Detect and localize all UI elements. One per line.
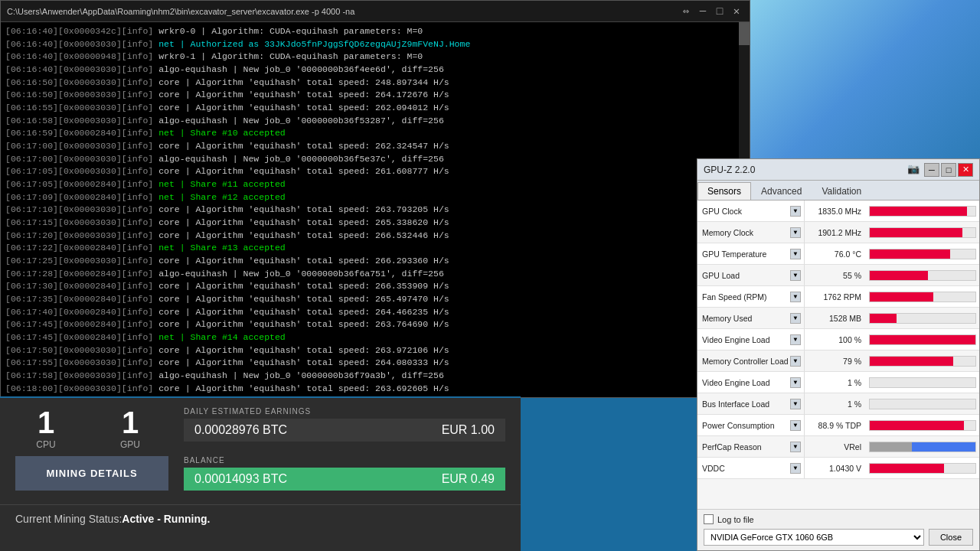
- gpuz-close-x-button[interactable]: ✕: [958, 163, 973, 177]
- tab-advanced[interactable]: Advanced: [751, 182, 812, 200]
- sensor-row: GPU Temperature▼76.0 °C: [697, 243, 979, 265]
- balance-label: BALANCE: [184, 456, 505, 465]
- sensor-bar-bg: [869, 270, 976, 281]
- gpuz-maximize-button[interactable]: □: [941, 163, 956, 177]
- sensor-bar-fill: [870, 249, 950, 259]
- sensor-bar-bg: [869, 377, 976, 388]
- sensor-name-label: VDDC: [702, 464, 790, 473]
- terminal-line: [06:16:55][0x00003030][info] core | Algo…: [5, 102, 745, 115]
- sensor-bar-bg: [869, 249, 976, 259]
- mining-details-button[interactable]: MINING DETAILS: [15, 456, 168, 491]
- resize-icon[interactable]: ⇔: [679, 5, 693, 18]
- sensor-name-cell: GPU Temperature▼: [697, 243, 805, 264]
- sensor-row: Fan Speed (RPM)▼1762 RPM: [697, 286, 979, 308]
- gpu-count: 1: [122, 407, 139, 438]
- sensor-dropdown-button[interactable]: ▼: [790, 420, 801, 431]
- gpuz-footer: Log to file NVIDIA GeForce GTX 1060 6GB …: [697, 509, 979, 550]
- gpu-label: GPU: [120, 439, 140, 450]
- terminal-line: [06:17:05][0x00003030][info] core | Algo…: [5, 165, 745, 178]
- sensor-dropdown-button[interactable]: ▼: [790, 206, 801, 217]
- sensor-name-label: Bus Interface Load: [702, 399, 790, 409]
- terminal-line: [06:17:15][0x00003030][info] core | Algo…: [5, 217, 745, 230]
- sensor-name-cell: Video Engine Load▼: [697, 372, 805, 393]
- sensor-dropdown-button[interactable]: ▼: [790, 270, 801, 281]
- sensor-value: 76.0 °C: [805, 249, 866, 259]
- status-prefix: Current Mining Status:: [15, 513, 122, 525]
- sensor-row: PerfCap Reason▼VRel: [697, 436, 979, 458]
- sensor-value: 1762 RPM: [805, 292, 866, 302]
- sensor-bar-fill: [870, 464, 944, 473]
- sensor-bar-fill: [870, 314, 897, 323]
- sensor-value: 1528 MB: [805, 314, 866, 323]
- earnings-label: DAILY ESTIMATED EARNINGS: [184, 407, 505, 416]
- sensor-bar-cell: [866, 350, 979, 371]
- terminal-line: [06:17:10][0x00003030][info] core | Algo…: [5, 204, 745, 217]
- log-to-file-row: Log to file: [704, 514, 973, 524]
- sensor-name-cell: GPU Load▼: [697, 265, 805, 285]
- balance-row: 0.00014093 BTC EUR 0.49: [184, 468, 505, 491]
- sensor-bar-fill: [870, 271, 928, 280]
- sensor-bar-cell: [866, 415, 979, 435]
- sensor-dropdown-button[interactable]: ▼: [790, 399, 801, 409]
- sensor-dropdown-button[interactable]: ▼: [790, 356, 801, 367]
- gpuz-controls: 📷 ─ □ ✕: [907, 163, 973, 177]
- terminal-line: [06:17:55][0x00003030][info] core | Algo…: [5, 357, 745, 370]
- terminal-line: [06:17:20][0x00003030][info] core | Algo…: [5, 230, 745, 243]
- sensor-row: Bus Interface Load▼1 %: [697, 393, 979, 415]
- sensor-bar-fill: [870, 421, 964, 430]
- sensor-name-label: PerfCap Reason: [702, 442, 790, 452]
- sensor-value: 1 %: [805, 399, 866, 409]
- gpu-select[interactable]: NVIDIA GeForce GTX 1060 6GB: [704, 529, 924, 546]
- terminal-line: [06:16:58][0x00003030][info] algo-equiha…: [5, 115, 745, 128]
- terminal-line: [06:16:50][0x00003030][info] core | Algo…: [5, 77, 745, 90]
- sensor-bar-bg: [869, 463, 976, 474]
- sensor-name-cell: PerfCap Reason▼: [697, 436, 805, 457]
- gpuz-minimize-button[interactable]: ─: [924, 163, 939, 177]
- tab-sensors[interactable]: Sensors: [697, 182, 751, 200]
- sensor-dropdown-button[interactable]: ▼: [790, 377, 801, 388]
- close-button[interactable]: ✕: [730, 5, 743, 18]
- sensor-dropdown-button[interactable]: ▼: [790, 463, 801, 474]
- gpuz-tabs: Sensors Advanced Validation: [697, 181, 979, 201]
- terminal-line: [06:16:50][0x00003030][info] core | Algo…: [5, 89, 745, 102]
- earnings-btc: 0.00028976 BTC: [194, 423, 287, 437]
- gpuz-photo-icon[interactable]: 📷: [907, 163, 920, 177]
- sensor-dropdown-button[interactable]: ▼: [790, 313, 801, 324]
- sensor-dropdown-button[interactable]: ▼: [790, 249, 801, 259]
- sensor-name-label: Memory Clock: [702, 228, 790, 237]
- balance-eur: EUR 0.49: [442, 472, 495, 486]
- sensor-bar-fill: [870, 207, 967, 216]
- sensor-name-cell: Video Engine Load▼: [697, 329, 805, 350]
- sensor-bar-cell: [866, 458, 979, 478]
- sensor-dropdown-button[interactable]: ▼: [790, 442, 801, 452]
- sensor-name-cell: VDDC▼: [697, 458, 805, 478]
- sensor-row: Video Engine Load▼100 %: [697, 329, 979, 350]
- sensor-dropdown-button[interactable]: ▼: [790, 334, 801, 345]
- terminal-line: [06:16:40][0x00003030][info] net | Autho…: [5, 38, 745, 51]
- tab-validation[interactable]: Validation: [812, 182, 871, 200]
- log-to-file-checkbox[interactable]: [704, 514, 714, 524]
- scrollbar-thumb[interactable]: [739, 22, 750, 45]
- sensor-name-label: GPU Clock: [702, 207, 790, 216]
- terminal-line: [06:17:40][0x00002840][info] core | Algo…: [5, 306, 745, 319]
- sensor-name-label: Video Engine Load: [702, 378, 790, 387]
- terminal-title: C:\Users\Anwender\AppData\Roaming\nhm2\b…: [7, 7, 354, 16]
- maximize-button[interactable]: □: [713, 5, 727, 18]
- gpuz-bottom-bar: NVIDIA GeForce GTX 1060 6GB Close: [704, 529, 973, 546]
- gpu-count-section: 1 GPU: [100, 407, 161, 450]
- sensor-value: 100 %: [805, 335, 866, 344]
- cpu-count-section: 1 CPU: [15, 407, 77, 450]
- sensor-name-label: Memory Controller Load: [702, 357, 790, 366]
- sensor-dropdown-button[interactable]: ▼: [790, 227, 801, 238]
- sensor-dropdown-button[interactable]: ▼: [790, 292, 801, 302]
- minimize-button[interactable]: ─: [696, 5, 710, 18]
- gpuz-close-button[interactable]: Close: [929, 529, 973, 546]
- mining-top-section: 1 CPU 1 GPU DAILY ESTIMATED EARNINGS 0.0…: [0, 398, 521, 456]
- sensor-bar-bg: [869, 227, 976, 238]
- sensor-bar-bg: [869, 420, 976, 431]
- terminal-line: [06:17:22][0x00002840][info] net | Share…: [5, 242, 745, 255]
- earnings-row: 0.00028976 BTC EUR 1.00: [184, 419, 505, 442]
- gpuz-sensors-body: GPU Clock▼1835.0 MHzMemory Clock▼1901.2 …: [697, 201, 979, 509]
- cpu-count: 1: [38, 407, 54, 438]
- sensor-name-label: Memory Used: [702, 314, 790, 323]
